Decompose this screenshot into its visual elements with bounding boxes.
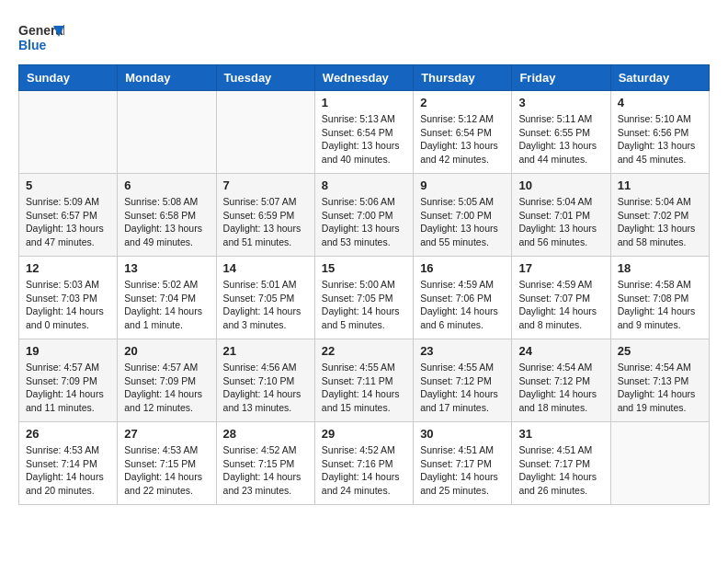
calendar-day-cell: 8Sunrise: 5:06 AM Sunset: 7:00 PM Daylig… [314,174,413,257]
day-of-week-header: Monday [118,65,216,91]
calendar-day-cell: 19Sunrise: 4:57 AM Sunset: 7:09 PM Dayli… [19,339,118,422]
day-of-week-header: Tuesday [216,65,314,91]
logo-icon: General Blue [18,18,64,55]
calendar-week-row: 5Sunrise: 5:09 AM Sunset: 6:57 PM Daylig… [19,174,710,257]
day-number: 9 [420,178,505,192]
day-number: 7 [223,178,308,192]
day-info: Sunrise: 5:10 AM Sunset: 6:56 PM Dayligh… [618,112,702,167]
day-info: Sunrise: 4:58 AM Sunset: 7:08 PM Dayligh… [618,278,702,332]
day-number: 5 [26,178,110,192]
day-number: 12 [26,261,110,275]
calendar-day-cell [610,422,709,505]
day-info: Sunrise: 5:03 AM Sunset: 7:03 PM Dayligh… [26,278,110,332]
calendar-day-cell [216,91,314,174]
day-of-week-header: Saturday [610,65,709,91]
day-number: 4 [618,96,702,109]
day-info: Sunrise: 5:02 AM Sunset: 7:04 PM Dayligh… [124,278,209,332]
calendar-day-cell: 10Sunrise: 5:04 AM Sunset: 7:01 PM Dayli… [512,174,610,257]
calendar-table: SundayMondayTuesdayWednesdayThursdayFrid… [18,64,710,505]
calendar-day-cell: 27Sunrise: 4:53 AM Sunset: 7:15 PM Dayli… [118,422,216,505]
calendar-day-cell: 16Sunrise: 4:59 AM Sunset: 7:06 PM Dayli… [414,257,512,339]
day-info: Sunrise: 4:52 AM Sunset: 7:15 PM Dayligh… [223,443,308,498]
calendar-day-cell: 12Sunrise: 5:03 AM Sunset: 7:03 PM Dayli… [19,257,118,339]
calendar-day-cell: 31Sunrise: 4:51 AM Sunset: 7:17 PM Dayli… [512,422,610,505]
day-info: Sunrise: 4:59 AM Sunset: 7:07 PM Dayligh… [518,278,603,332]
day-info: Sunrise: 4:57 AM Sunset: 7:09 PM Dayligh… [124,361,209,415]
calendar-day-cell: 28Sunrise: 4:52 AM Sunset: 7:15 PM Dayli… [216,422,314,505]
calendar-day-cell: 6Sunrise: 5:08 AM Sunset: 6:58 PM Daylig… [118,174,216,257]
day-info: Sunrise: 4:53 AM Sunset: 7:15 PM Dayligh… [124,443,209,498]
day-of-week-header: Friday [512,65,610,91]
day-number: 18 [618,261,702,275]
day-number: 24 [518,344,603,358]
day-info: Sunrise: 4:51 AM Sunset: 7:17 PM Dayligh… [420,443,505,498]
calendar-day-cell [118,91,216,174]
calendar-day-cell [19,91,118,174]
calendar-day-cell: 26Sunrise: 4:53 AM Sunset: 7:14 PM Dayli… [19,422,118,505]
day-of-week-header: Thursday [414,65,512,91]
day-info: Sunrise: 5:13 AM Sunset: 6:54 PM Dayligh… [322,112,406,167]
day-number: 3 [518,96,603,109]
day-number: 14 [223,261,308,275]
page-header: General Blue [18,18,710,55]
calendar-week-row: 12Sunrise: 5:03 AM Sunset: 7:03 PM Dayli… [19,257,710,339]
day-number: 27 [124,427,209,441]
calendar-day-cell: 24Sunrise: 4:54 AM Sunset: 7:12 PM Dayli… [512,339,610,422]
day-info: Sunrise: 4:55 AM Sunset: 7:11 PM Dayligh… [322,361,406,415]
calendar-day-cell: 11Sunrise: 5:04 AM Sunset: 7:02 PM Dayli… [610,174,709,257]
day-info: Sunrise: 5:09 AM Sunset: 6:57 PM Dayligh… [26,195,110,249]
day-number: 16 [420,261,505,275]
calendar-day-cell: 4Sunrise: 5:10 AM Sunset: 6:56 PM Daylig… [610,91,709,174]
day-info: Sunrise: 4:59 AM Sunset: 7:06 PM Dayligh… [420,278,505,332]
calendar-day-cell: 7Sunrise: 5:07 AM Sunset: 6:59 PM Daylig… [216,174,314,257]
calendar-day-cell: 29Sunrise: 4:52 AM Sunset: 7:16 PM Dayli… [314,422,413,505]
day-number: 21 [223,344,308,358]
day-number: 25 [618,344,702,358]
day-number: 17 [518,261,603,275]
day-number: 13 [124,261,209,275]
day-info: Sunrise: 4:56 AM Sunset: 7:10 PM Dayligh… [223,361,308,415]
calendar-day-cell: 1Sunrise: 5:13 AM Sunset: 6:54 PM Daylig… [314,91,413,174]
day-info: Sunrise: 5:08 AM Sunset: 6:58 PM Dayligh… [124,195,209,249]
calendar-day-cell: 15Sunrise: 5:00 AM Sunset: 7:05 PM Dayli… [314,257,413,339]
day-info: Sunrise: 4:52 AM Sunset: 7:16 PM Dayligh… [322,443,406,498]
calendar-day-cell: 17Sunrise: 4:59 AM Sunset: 7:07 PM Dayli… [512,257,610,339]
day-info: Sunrise: 5:04 AM Sunset: 7:01 PM Dayligh… [518,195,603,249]
day-info: Sunrise: 4:54 AM Sunset: 7:12 PM Dayligh… [518,361,603,415]
calendar-day-cell: 22Sunrise: 4:55 AM Sunset: 7:11 PM Dayli… [314,339,413,422]
calendar-header-row: SundayMondayTuesdayWednesdayThursdayFrid… [19,65,710,91]
day-number: 31 [518,427,603,441]
calendar-week-row: 1Sunrise: 5:13 AM Sunset: 6:54 PM Daylig… [19,91,710,174]
calendar-day-cell: 14Sunrise: 5:01 AM Sunset: 7:05 PM Dayli… [216,257,314,339]
day-of-week-header: Wednesday [314,65,413,91]
logo: General Blue [18,18,64,55]
day-number: 15 [322,261,406,275]
day-number: 20 [124,344,209,358]
calendar-day-cell: 13Sunrise: 5:02 AM Sunset: 7:04 PM Dayli… [118,257,216,339]
day-info: Sunrise: 5:05 AM Sunset: 7:00 PM Dayligh… [420,195,505,249]
day-info: Sunrise: 5:11 AM Sunset: 6:55 PM Dayligh… [518,112,603,167]
day-number: 19 [26,344,110,358]
calendar-day-cell: 2Sunrise: 5:12 AM Sunset: 6:54 PM Daylig… [414,91,512,174]
calendar-day-cell: 23Sunrise: 4:55 AM Sunset: 7:12 PM Dayli… [414,339,512,422]
day-info: Sunrise: 5:07 AM Sunset: 6:59 PM Dayligh… [223,195,308,249]
day-info: Sunrise: 5:04 AM Sunset: 7:02 PM Dayligh… [618,195,702,249]
calendar-day-cell: 25Sunrise: 4:54 AM Sunset: 7:13 PM Dayli… [610,339,709,422]
calendar-day-cell: 3Sunrise: 5:11 AM Sunset: 6:55 PM Daylig… [512,91,610,174]
day-info: Sunrise: 5:01 AM Sunset: 7:05 PM Dayligh… [223,278,308,332]
day-number: 30 [420,427,505,441]
day-number: 11 [618,178,702,192]
svg-text:Blue: Blue [18,38,47,52]
day-number: 23 [420,344,505,358]
day-number: 29 [322,427,406,441]
calendar-day-cell: 18Sunrise: 4:58 AM Sunset: 7:08 PM Dayli… [610,257,709,339]
day-info: Sunrise: 5:00 AM Sunset: 7:05 PM Dayligh… [322,278,406,332]
calendar-week-row: 26Sunrise: 4:53 AM Sunset: 7:14 PM Dayli… [19,422,710,505]
day-info: Sunrise: 4:54 AM Sunset: 7:13 PM Dayligh… [618,361,702,415]
calendar-day-cell: 30Sunrise: 4:51 AM Sunset: 7:17 PM Dayli… [414,422,512,505]
day-info: Sunrise: 4:57 AM Sunset: 7:09 PM Dayligh… [26,361,110,415]
calendar-week-row: 19Sunrise: 4:57 AM Sunset: 7:09 PM Dayli… [19,339,710,422]
day-of-week-header: Sunday [19,65,118,91]
day-info: Sunrise: 5:12 AM Sunset: 6:54 PM Dayligh… [420,112,505,167]
day-number: 28 [223,427,308,441]
